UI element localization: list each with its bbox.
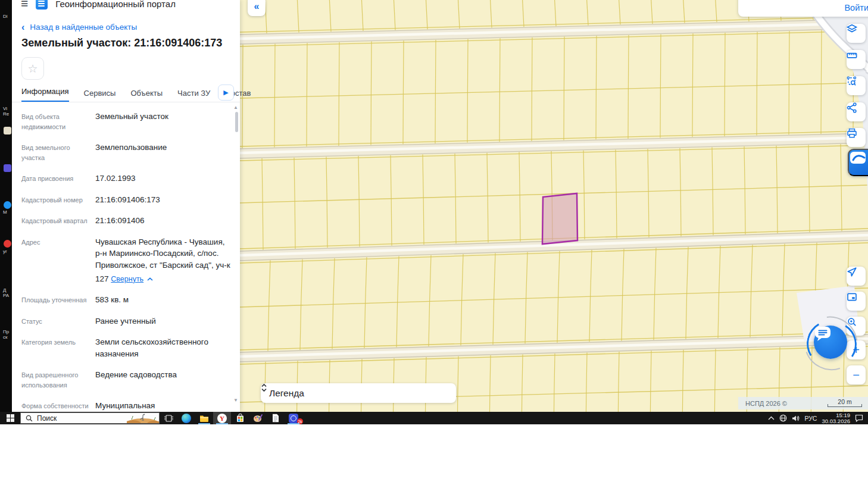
yandex-browser-icon: Y [217, 414, 227, 423]
scroll-down-arrow[interactable]: ▼ [233, 398, 238, 403]
taskbar-app-yandex-browser[interactable]: Y [213, 412, 231, 424]
back-link[interactable]: ‹ Назад в найденные объекты [21, 23, 137, 32]
desktop-icon[interactable] [4, 201, 11, 209]
geolocate-icon [847, 267, 857, 277]
field-label: Вид земельного участка [21, 142, 92, 163]
field-label: Статус [21, 315, 92, 327]
back-link-label: Назад в найденные объекты [30, 23, 137, 32]
browser-window: « Войти [12, 0, 868, 412]
nspd-assistant-icon [849, 150, 867, 165]
share-icon [847, 102, 857, 113]
edge-icon [182, 414, 191, 423]
tray-time: 15:19 [822, 412, 850, 418]
portal-logo-icon[interactable] [36, 0, 48, 10]
tab-services[interactable]: Сервисы [84, 89, 116, 102]
search-location-button[interactable] [847, 317, 866, 336]
collapse-address-link[interactable]: Свернуть [111, 274, 153, 284]
taskbar: Поиск [0, 412, 868, 424]
taskbar-app-store[interactable] [231, 412, 249, 424]
legend-panel[interactable]: Легенда [261, 383, 456, 403]
running-indicator [216, 423, 228, 424]
login-icon [738, 0, 748, 1]
field-row: Категория земель Земли сельскохозяйствен… [21, 336, 231, 359]
chat-assistant-button[interactable] [814, 326, 847, 359]
map-area[interactable]: « Войти [240, 0, 868, 412]
start-button[interactable] [0, 412, 20, 424]
taskbar-app-edge[interactable] [177, 412, 195, 424]
layers-button[interactable] [847, 24, 866, 43]
volume-icon[interactable] [792, 415, 800, 422]
expand-collapse-icon[interactable] [261, 383, 267, 392]
tray-expand-icon[interactable] [768, 416, 775, 420]
cadastral-map[interactable] [240, 0, 868, 412]
network-globe-icon[interactable] [779, 414, 787, 422]
desktop-icon[interactable] [4, 127, 11, 134]
highlighted-parcel[interactable] [542, 193, 577, 244]
field-label: Вид разрешенного использования [21, 369, 92, 390]
attribution-text: НСПД 2026 © [745, 400, 787, 407]
taskbar-search[interactable]: Поиск [20, 412, 160, 424]
field-row-address: Адрес Чувашская Республика - Чувашия, р-… [21, 236, 231, 284]
minimap-button[interactable] [847, 292, 866, 311]
field-label: Вид объекта недвижимости [21, 111, 92, 132]
field-value: Ранее учтенный [92, 315, 231, 327]
desktop-icon-label: уг [3, 249, 7, 254]
scroll-up-arrow[interactable]: ▲ [233, 105, 238, 110]
language-indicator[interactable]: РУС [804, 415, 817, 422]
object-fields: Вид объекта недвижимости Земельный участ… [21, 111, 231, 412]
field-row: Вид разрешенного использования Ведение с… [21, 369, 231, 390]
taskbar-app-messenger[interactable]: 2k [285, 412, 302, 424]
tab-parcel-parts[interactable]: Части ЗУ [177, 89, 210, 102]
field-value: 21:16:091406 [92, 215, 231, 227]
app-title: Геоинформационный портал [55, 0, 176, 9]
field-value: 583 кв. м [92, 294, 231, 306]
field-value: Земли сельскохозяйственного назначения [92, 336, 231, 359]
star-icon: ☆ [27, 62, 38, 76]
chat-bubble-icon [814, 326, 832, 342]
desktop-icon[interactable] [4, 164, 11, 172]
page-title: Земельный участок: 21:16:091406:173 [21, 37, 222, 49]
task-view-icon [164, 414, 173, 423]
print-icon [847, 128, 857, 139]
select-area-button[interactable] [847, 76, 866, 95]
desktop-background: Di Vi Re М уг Д РА Пр ск [0, 0, 12, 424]
field-value: 17.02.1993 [92, 173, 231, 184]
login-button[interactable]: Войти [844, 3, 868, 12]
tray-date: 30.03.2026 [822, 418, 850, 424]
geolocate-button[interactable] [847, 267, 866, 286]
zoom-out-button[interactable]: − [847, 365, 866, 384]
print-button[interactable] [847, 128, 866, 147]
search-icon [26, 415, 33, 422]
desktop-icon-label: Di [3, 14, 8, 19]
menu-icon[interactable]: ≡ [21, 0, 28, 10]
field-label: Адрес [21, 236, 92, 284]
screen: Di Vi Re М уг Д РА Пр ск [0, 0, 868, 488]
measure-button[interactable] [847, 50, 866, 69]
tab-objects[interactable]: Объекты [130, 89, 163, 102]
zoom-in-button[interactable]: + [847, 340, 866, 359]
clock[interactable]: 15:19 30.03.2026 [822, 412, 850, 424]
tabs-scroll-right-button[interactable]: ▶ [218, 85, 234, 101]
field-row: Кадастровый квартал 21:16:091406 [21, 215, 231, 227]
search-highlight-image[interactable] [127, 413, 159, 424]
tab-information[interactable]: Информация [21, 87, 69, 102]
login-panel[interactable]: Войти [738, 0, 868, 17]
nspd-assistant-button[interactable] [848, 149, 868, 176]
taskbar-app-explorer[interactable] [195, 412, 213, 424]
collapse-panel-button[interactable]: « [248, 0, 266, 16]
field-label: Площадь уточненная [21, 294, 92, 306]
taskbar-app-notepad[interactable] [267, 412, 285, 424]
task-view-button[interactable] [160, 412, 177, 424]
scale-bar: 20 m [828, 399, 862, 408]
object-info-panel: ≡ Геоинформационный портал ‹ Назад в най… [12, 0, 240, 412]
field-value: Муниципальная [92, 400, 231, 412]
taskbar-app-paint[interactable] [249, 412, 267, 424]
action-center-icon[interactable] [855, 414, 863, 422]
desktop-icon-label: Vi [3, 106, 7, 111]
divider [12, 102, 240, 102]
favorite-button[interactable]: ☆ [21, 57, 44, 80]
scrollbar-thumb[interactable] [235, 112, 238, 132]
desktop-icon[interactable] [4, 240, 11, 248]
share-button[interactable] [847, 102, 866, 121]
windows-logo-icon [7, 414, 14, 422]
